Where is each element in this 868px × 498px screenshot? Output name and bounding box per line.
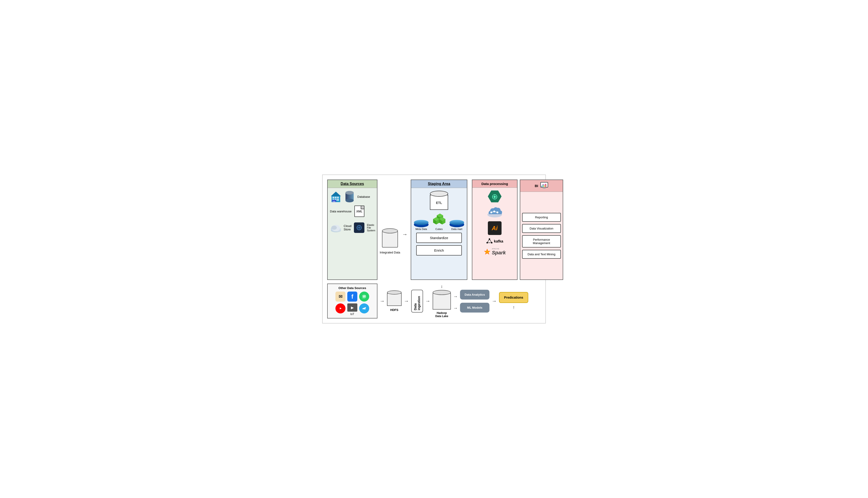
data-sources-title: Data Sources	[328, 180, 377, 188]
integrated-data-cylinder	[382, 228, 398, 249]
bi-content: Reporting Data Visualization Performance…	[520, 192, 563, 279]
iot-wrapper: ▶ IoT	[347, 303, 357, 316]
svg-point-12	[345, 199, 354, 202]
svg-rect-58	[542, 188, 546, 189]
kafka-label: kafka	[494, 239, 503, 244]
ml-models-box: ML Models	[460, 303, 489, 313]
hadoop-cylinder-wrapper	[433, 290, 451, 311]
hadoop-label: Hadoop Data Lake	[435, 311, 448, 318]
iot-label: IoT	[350, 313, 354, 316]
bi-data-visualization: Data Visualization	[522, 224, 561, 233]
cubes-label: Cubes	[435, 228, 443, 231]
elastic-file-label: ElasticFileSystem	[367, 224, 376, 232]
data-processing-box: Data processing	[472, 180, 517, 280]
hdfs-box: HDFS	[387, 290, 402, 312]
svg-text:SQL: SQL	[332, 200, 336, 202]
cubes-item: Cubes	[432, 213, 446, 231]
cloud-proc-tool	[486, 206, 504, 218]
hadoop-lake: Hadoop Data Lake	[433, 290, 451, 318]
ai-tool: Ai	[488, 221, 501, 235]
xml-icon: XML	[353, 205, 365, 217]
hdfs-label: HDFS	[390, 308, 398, 312]
cloud-store-label: Cloud Store	[344, 224, 351, 231]
ai-icon: Ai	[488, 221, 501, 235]
integrated-data-label: Integrated Data	[380, 251, 400, 254]
cloud-store-icon	[330, 222, 342, 234]
svg-rect-60	[543, 185, 543, 187]
metadata-label: Meta Data	[416, 228, 427, 231]
hadoop-top	[433, 290, 451, 295]
etl-label: ETL	[436, 201, 442, 205]
spark-row: APACHE Spark	[484, 248, 505, 256]
kafka-row: kafka	[486, 238, 503, 245]
analytics-column: Data Analytics ML Models	[460, 290, 489, 313]
bi-reporting: Reporting	[522, 213, 561, 222]
svg-point-13	[345, 191, 354, 195]
integrated-data: Integrated Data	[380, 215, 400, 254]
arrow-to-staging: →	[401, 231, 408, 237]
cubes-icon	[432, 213, 446, 227]
apache-label: APACHE	[492, 248, 505, 250]
datamart-label: Data mart	[451, 228, 462, 231]
bi-performance-management: Performance Management	[522, 235, 561, 248]
svg-point-52	[486, 242, 488, 244]
elastic-file-icon	[353, 222, 365, 234]
kafka-tool: kafka	[486, 238, 503, 245]
arrow-other-to-hdfs: →	[380, 298, 385, 304]
data-processing-title: Data processing	[472, 180, 517, 188]
double-arrow-up: ↕	[441, 284, 443, 289]
datawarehouse-row: Data warehouse XML	[330, 205, 375, 217]
data-ingestion-label: Data ingestion	[413, 292, 421, 310]
enrich-box: Enrich	[416, 245, 462, 255]
arrow-to-ml-models: →	[453, 305, 458, 311]
other-sources-box: Other Data Sources ✉ f W	[327, 284, 378, 318]
whatsapp-icon: W	[359, 291, 369, 302]
bi-title-text: BI	[535, 184, 538, 188]
datawarehouse-label: Data warehouse	[330, 210, 352, 213]
svg-text:W: W	[363, 294, 366, 298]
etl-cylinder: ETL	[430, 191, 448, 211]
hadoop-line1: Hadoop	[437, 311, 447, 315]
data-sources-box: Data Sources	[327, 180, 378, 280]
svg-point-18	[331, 226, 337, 230]
data-ingestion-box: Data ingestion	[411, 290, 423, 313]
mail-icon: ✉	[336, 291, 345, 302]
svg-rect-4	[337, 197, 339, 198]
svg-rect-62	[545, 184, 546, 187]
processing-content: Ai	[472, 188, 517, 279]
hadoop-line2: Data Lake	[435, 315, 448, 318]
datamart-disc: Data mart	[449, 220, 464, 231]
hdfs-cylinder-wrapper	[387, 290, 402, 307]
diagram-wrapper: Data Sources	[322, 174, 546, 324]
hadoop-body	[433, 293, 451, 310]
staging-area-title: Staging Area	[411, 180, 467, 188]
spark-label: Spark	[492, 250, 505, 256]
svg-rect-59	[541, 186, 542, 187]
iot-section: ▶ IoT	[347, 303, 357, 316]
predictions-box: Predications	[499, 292, 528, 303]
video-icon: ▶	[347, 303, 357, 312]
bi-data-text-mining: Data and Text Mining	[522, 250, 561, 259]
main-row: Data Sources	[327, 180, 541, 280]
telegram-icon	[359, 303, 369, 313]
hadoop-section: ↕ Hadoop Data Lake	[433, 284, 451, 318]
ai-label: Ai	[492, 225, 498, 232]
svg-rect-7	[337, 199, 339, 201]
bi-title: BI	[520, 180, 563, 192]
sql-house-icon: SQL	[330, 191, 342, 202]
standardize-box: Standardize	[416, 233, 462, 243]
arrows-to-analytics: → →	[453, 291, 458, 311]
bottom-row: Other Data Sources ✉ f W	[327, 284, 541, 318]
hex-tool	[488, 191, 501, 202]
database-row: SQL	[330, 191, 375, 202]
arrow-ingestion-to-hadoop: →	[425, 298, 430, 304]
arrow-to-predictions: →	[492, 298, 497, 304]
hexagon-icon	[488, 191, 501, 202]
arrow-up-to-bi: ↑	[513, 305, 515, 310]
hdfs-top	[387, 290, 402, 294]
data-sources-content: SQL	[328, 188, 377, 236]
staging-content: ETL Meta Data	[411, 188, 467, 258]
bi-box: BI Reporting	[520, 180, 563, 280]
datamart-disc-shape	[449, 220, 464, 225]
other-icons-row: ✉ f W	[330, 291, 375, 316]
